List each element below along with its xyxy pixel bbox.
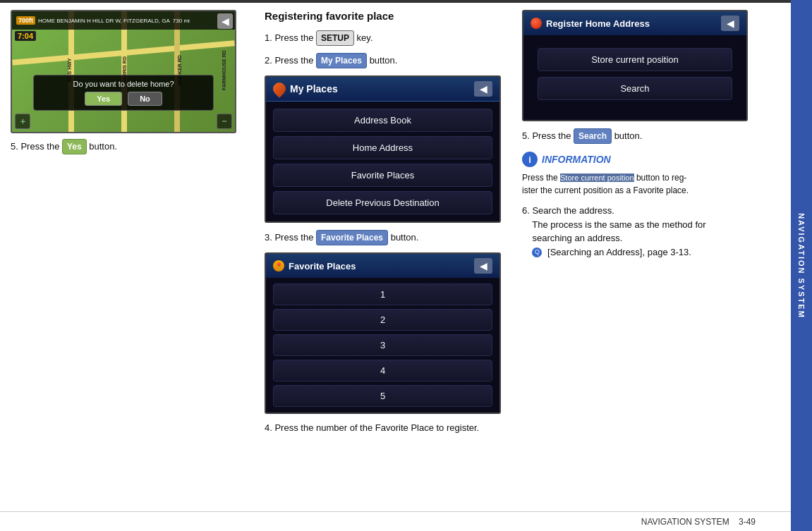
map-top-bar: 700ft HOME BENJAMIN H HILL DR W, FITZGER… — [12, 11, 235, 30]
register-menu: Store current position Search — [523, 35, 746, 120]
home-address-item[interactable]: Home Address — [273, 136, 492, 159]
content-area: AVIS HWY HARRIS RD HOOKER RD FARMHOUSE R… — [0, 3, 791, 511]
page-number: 3-49 — [739, 517, 756, 527]
step-5a: 5. Press the Yes button. — [11, 139, 250, 154]
step-5b: 5. Press the Search button. — [522, 128, 780, 144]
yes-button[interactable]: Yes — [85, 92, 122, 106]
right-sidebar: NAVIGATION SYSTEM — [791, 0, 812, 531]
ref-icon: Q — [532, 248, 542, 257]
time-badge: 7:04 — [15, 31, 36, 41]
fav-pin-icon: 📍 — [273, 260, 284, 271]
no-button[interactable]: No — [128, 92, 162, 106]
address-book-item[interactable]: Address Book — [273, 109, 492, 132]
search-inline-btn: Search — [574, 128, 612, 144]
distance2-text: 730 mi — [173, 18, 190, 24]
step-3: 3. Press the Favorite Places button. — [265, 230, 508, 245]
map-bottom-icons: ＋ — [15, 114, 30, 129]
sidebar-label: NAVIGATION SYSTEM — [797, 213, 806, 319]
my-places-menu: Address Book Home Address Favorite Place… — [266, 102, 499, 221]
fav-places-screenshot: 📍 Favorite Places ◀ 1 2 3 4 5 — [265, 252, 501, 414]
register-header: Register Home Address ◀ — [523, 11, 746, 35]
search-item[interactable]: Search — [538, 77, 732, 100]
delete-home-dialog: Do you want to delete home? Yes No — [33, 75, 214, 111]
favplaces-inline-btn: Favorite Places — [316, 230, 388, 245]
fav-item-3[interactable]: 3 — [273, 334, 492, 356]
footer-label: NAVIGATION SYSTEM — [641, 517, 729, 527]
map-screenshot: AVIS HWY HARRIS RD HOOKER RD FARMHOUSE R… — [11, 10, 236, 133]
my-places-back-btn[interactable]: ◀ — [474, 81, 492, 97]
info-text: Press the Store current position button … — [522, 171, 689, 197]
store-position-inline-btn: Store current position — [560, 173, 634, 182]
right-column: Register Home Address ◀ Store current po… — [522, 10, 780, 504]
map-zoom-out[interactable]: － — [217, 114, 232, 129]
map-add-icon[interactable]: ＋ — [15, 114, 30, 129]
fav-list: 1 2 3 4 5 — [266, 278, 499, 413]
yes-inline-btn: Yes — [62, 139, 87, 154]
setup-inline-btn: SETUP — [316, 30, 354, 46]
main-content: AVIS HWY HARRIS RD HOOKER RD FARMHOUSE R… — [0, 0, 791, 531]
register-title: Register Home Address — [531, 18, 650, 29]
fav-item-5[interactable]: 5 — [273, 385, 492, 407]
fav-header: 📍 Favorite Places ◀ — [266, 254, 499, 278]
myplaces-inline-btn: My Places — [316, 53, 367, 68]
step-4: 4. Press the number of the Favorite Plac… — [265, 421, 508, 435]
left-column: AVIS HWY HARRIS RD HOOKER RD FARMHOUSE R… — [11, 10, 250, 504]
footer: NAVIGATION SYSTEM 3-49 — [0, 511, 791, 531]
my-places-header: My Places ◀ — [266, 77, 499, 102]
address-text: HOME BENJAMIN H HILL DR W, FITZGERALD, G… — [38, 18, 170, 24]
register-back-btn[interactable]: ◀ — [721, 16, 739, 31]
fav-back-btn[interactable]: ◀ — [474, 258, 492, 274]
store-position-item[interactable]: Store current position — [538, 48, 732, 71]
delete-prev-dest-item[interactable]: Delete Previous Destination — [273, 191, 492, 214]
mid-column: Registering favorite place 1. Press the … — [265, 10, 508, 504]
fav-item-1[interactable]: 1 — [273, 283, 492, 305]
step-2: 2. Press the My Places button. — [265, 53, 508, 68]
distance-badge: 700ft — [16, 16, 35, 25]
fav-item-4[interactable]: 4 — [273, 360, 492, 382]
fav-title: 📍 Favorite Places — [273, 260, 356, 271]
info-box: i INFORMATION Press the Store current po… — [522, 151, 780, 197]
section-title: Registering favorite place — [265, 10, 508, 22]
dialog-buttons: Yes No — [40, 92, 207, 106]
nav-back-arrow[interactable]: ◀ — [217, 13, 233, 29]
road-label-farm: FARMHOUSE RD — [222, 50, 226, 90]
dialog-text: Do you want to delete home? — [73, 80, 174, 88]
info-icon: i — [522, 152, 538, 167]
step-6: 6. Search the address. The process is th… — [522, 204, 780, 259]
register-screenshot: Register Home Address ◀ Store current po… — [522, 10, 748, 121]
info-title: INFORMATION — [542, 154, 611, 165]
step-1: 1. Press the SETUP key. — [265, 30, 508, 46]
favorite-places-item[interactable]: Favorite Places — [273, 164, 492, 187]
pin-icon — [270, 80, 288, 97]
my-places-screenshot: My Places ◀ Address Book Home Address Fa… — [265, 75, 501, 223]
fav-item-2[interactable]: 2 — [273, 309, 492, 331]
my-places-title: My Places — [273, 83, 338, 95]
